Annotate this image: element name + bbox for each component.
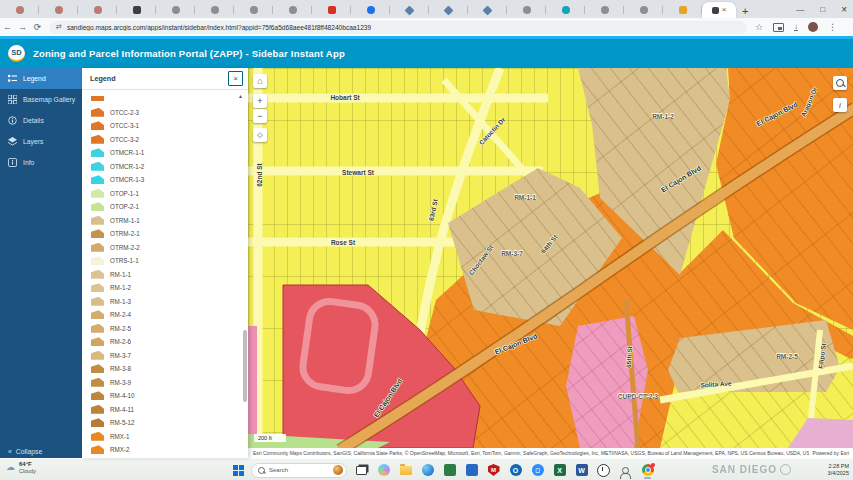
- sidebar-item-basemap-gallery[interactable]: Basemap Gallery: [0, 89, 82, 110]
- legend-item: OTRM-2-2: [91, 241, 248, 255]
- legend-swatch: [91, 283, 104, 292]
- map-info-button[interactable]: i: [833, 98, 847, 112]
- legend-close-button[interactable]: ×: [228, 71, 243, 86]
- window-minimize-button[interactable]: —: [796, 5, 804, 14]
- scale-bar: 200 ft: [254, 434, 286, 442]
- legend-swatch: [91, 189, 104, 198]
- home-extent-button[interactable]: ⌂: [253, 74, 267, 88]
- browser-tab[interactable]: [156, 2, 195, 18]
- browser-tab[interactable]: [273, 2, 312, 18]
- basemap-gallery-icon: [8, 95, 17, 104]
- legend-swatch: [91, 162, 104, 171]
- window-maximize-button[interactable]: □: [820, 5, 825, 14]
- app-button-green[interactable]: [442, 463, 457, 478]
- browser-tab[interactable]: [351, 2, 390, 18]
- chrome-button[interactable]: [640, 463, 655, 478]
- legend-item: RM-2-6: [91, 335, 248, 349]
- browser-tab[interactable]: [78, 2, 117, 18]
- browser-tab[interactable]: [624, 2, 663, 18]
- street-label: Rose St: [331, 239, 355, 246]
- task-view-button[interactable]: [354, 463, 369, 478]
- address-bar[interactable]: ⇄ sandiego.maps.arcgis.com/apps/instant/…: [49, 21, 747, 34]
- clock-app-button[interactable]: [596, 463, 611, 478]
- window-close-button[interactable]: ×: [841, 4, 847, 15]
- forward-button[interactable]: →: [15, 22, 30, 32]
- sidebar-item-info[interactable]: Info: [0, 152, 82, 173]
- taskbar-clock[interactable]: 2:28 PM 3/4/2025: [828, 463, 849, 477]
- search-icon: [836, 79, 844, 87]
- person-app-button[interactable]: [618, 463, 633, 478]
- profile-avatar[interactable]: [808, 22, 818, 32]
- browser-menu-icon[interactable]: ⋮: [828, 23, 837, 32]
- sidebar-collapse-button[interactable]: « Collapse: [8, 448, 42, 455]
- browser-tab[interactable]: [234, 2, 273, 18]
- legend-item-label: RM-4-10: [110, 392, 135, 399]
- reload-button[interactable]: ⟳: [30, 22, 45, 32]
- weather-temp: 64°F: [19, 461, 36, 468]
- map-canvas[interactable]: Hobart St Stewart St Rose St 62nd St 63r…: [248, 68, 853, 458]
- browser-tab[interactable]: [0, 2, 39, 18]
- page-title: Zoning and Parcel Information Portal (ZA…: [33, 48, 345, 59]
- legend-swatch: [91, 310, 104, 319]
- active-tab[interactable]: ×: [702, 2, 736, 18]
- sidebar-item-layers[interactable]: Layers: [0, 131, 82, 152]
- legend-item-label: RM-1-2: [110, 284, 131, 291]
- legend-panel: Legend × ▲ OTCC-2-3 OTCC-3-1 OTCC-3-2 OT…: [82, 68, 248, 458]
- browser-tab[interactable]: [195, 2, 234, 18]
- search-highlight-image[interactable]: [333, 465, 343, 475]
- layers-icon: [8, 137, 17, 146]
- close-tab-icon[interactable]: ×: [722, 6, 727, 14]
- mcafee-button[interactable]: M: [486, 463, 501, 478]
- browser-tab[interactable]: [663, 2, 702, 18]
- excel-button[interactable]: X: [552, 463, 567, 478]
- tab-favicon-icon: [94, 6, 102, 14]
- browser-tab[interactable]: [507, 2, 546, 18]
- browser-tab[interactable]: [546, 2, 585, 18]
- browser-tab[interactable]: [312, 2, 351, 18]
- weather-desc: Cloudy: [19, 468, 36, 474]
- back-button[interactable]: ←: [0, 22, 15, 32]
- legend-item: OTMCR-1-2: [91, 160, 248, 174]
- browser-tab[interactable]: [390, 2, 429, 18]
- browser-tab[interactable]: [429, 2, 468, 18]
- word-button[interactable]: W: [574, 463, 589, 478]
- tab-favicon-icon: [601, 6, 609, 14]
- site-settings-icon[interactable]: ⇄: [56, 23, 62, 31]
- new-tab-button[interactable]: +: [742, 4, 748, 18]
- sidebar-item-legend[interactable]: Legend: [0, 68, 82, 89]
- download-icon[interactable]: ↓: [794, 23, 798, 31]
- tab-favicon-icon: [328, 6, 336, 14]
- picture-in-picture-icon[interactable]: [773, 23, 784, 32]
- browser-tab[interactable]: [468, 2, 507, 18]
- copilot-button[interactable]: [376, 463, 391, 478]
- weather-widget[interactable]: ☁ 64°F Cloudy: [6, 461, 36, 474]
- app-button-blue[interactable]: [464, 463, 479, 478]
- file-explorer-button[interactable]: [398, 463, 413, 478]
- sidebar-item-details[interactable]: Details: [0, 110, 82, 131]
- start-button[interactable]: [233, 465, 244, 476]
- info-icon: [8, 158, 17, 167]
- legend-scrollbar[interactable]: [243, 330, 247, 402]
- legend-item-label: OTRM-1-1: [110, 217, 140, 224]
- taskbar-search-box[interactable]: Search: [251, 463, 347, 478]
- map-attribution: Esri Community Maps Contributors, SanGIS…: [248, 448, 853, 458]
- browser-tab[interactable]: [117, 2, 156, 18]
- zoom-in-button[interactable]: +: [253, 94, 267, 108]
- legend-item-label: OTCC-3-2: [110, 136, 139, 143]
- legend-item-label: OTRM-2-2: [110, 244, 140, 251]
- browser-tab[interactable]: [585, 2, 624, 18]
- green-app-icon: [444, 464, 456, 476]
- outlook-button[interactable]: O: [508, 463, 523, 478]
- zoom-out-button[interactable]: −: [253, 109, 267, 123]
- map-search-button[interactable]: [833, 76, 847, 90]
- browser-tab[interactable]: [39, 2, 78, 18]
- legend-item: OTCC-2-3: [91, 106, 248, 120]
- locate-button[interactable]: ◇: [253, 128, 267, 142]
- blue-app-icon: [466, 464, 478, 476]
- edge-button[interactable]: [420, 463, 435, 478]
- legend-item: RM-3-9: [91, 376, 248, 390]
- bookmark-star-icon[interactable]: ☆: [755, 23, 763, 32]
- search-placeholder: Search: [269, 467, 329, 473]
- legend-item: OTRS-1-1: [91, 254, 248, 268]
- zoom-button[interactable]: ▢: [530, 463, 545, 478]
